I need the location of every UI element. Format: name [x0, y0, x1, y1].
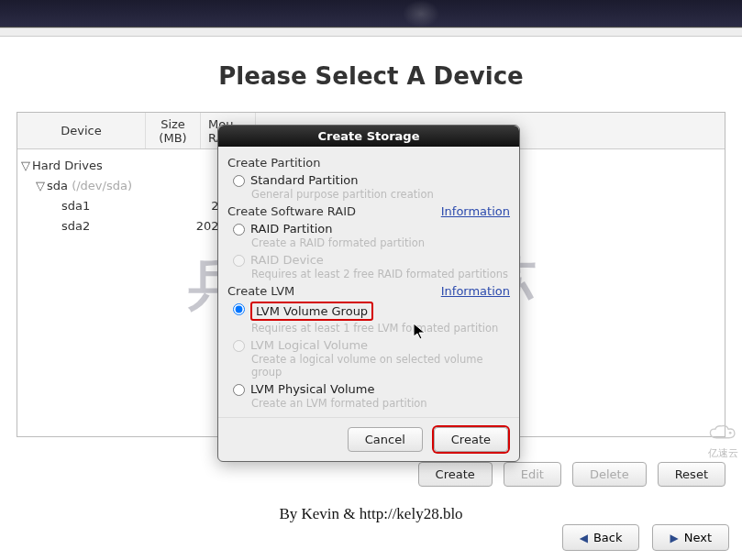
main-action-bar: Create Edit Delete Reset: [17, 462, 725, 487]
page-title: Please Select A Device: [0, 37, 742, 112]
hint-lvm-vg: Requires at least 1 free LVM formated pa…: [251, 322, 510, 335]
radio-lvm-lv: [233, 340, 245, 352]
tree-root-label: Hard Drives: [32, 159, 103, 172]
part-name: sda1: [61, 199, 190, 213]
col-device[interactable]: Device: [17, 113, 146, 148]
section-lvm: Create LVM: [227, 284, 294, 298]
radio-standard[interactable]: [233, 175, 245, 187]
back-button[interactable]: ◀ Back: [562, 524, 640, 551]
part-name: sda2: [61, 219, 190, 233]
col-size[interactable]: Size (MB): [146, 113, 201, 148]
edit-button[interactable]: Edit: [504, 462, 561, 487]
radio-lvm-vg[interactable]: [233, 303, 245, 315]
window-titlebar: [0, 0, 742, 27]
disk-name: sda: [47, 179, 68, 192]
hint-standard: General purpose partition creation: [251, 188, 510, 201]
next-button[interactable]: ▶ Next: [652, 524, 729, 551]
create-button[interactable]: Create: [418, 462, 493, 487]
opt-standard-partition[interactable]: Standard Partition: [233, 173, 510, 187]
hint-raid-dev: Requires at least 2 free RAID formated p…: [251, 268, 510, 280]
header-strip: [0, 27, 742, 37]
info-link-raid[interactable]: Information: [441, 204, 510, 218]
opt-lvm-lv: LVM Logical Volume: [233, 338, 510, 352]
opt-lvm-pv[interactable]: LVM Physical Volume: [233, 382, 510, 396]
opt-raid-device: RAID Device: [233, 253, 510, 267]
brand-watermark: 亿速云: [707, 423, 738, 460]
radio-raid-partition[interactable]: [233, 224, 245, 236]
cancel-button[interactable]: Cancel: [348, 427, 423, 452]
arrow-right-icon: ▶: [670, 532, 678, 544]
disk-path: (/dev/sda): [72, 179, 132, 192]
opt-lvm-vg[interactable]: LVM Volume Group: [233, 302, 510, 321]
delete-button[interactable]: Delete: [572, 462, 647, 487]
dialog-actions: Cancel Create: [218, 417, 519, 461]
hint-lvm-pv: Create an LVM formated partition: [251, 397, 510, 410]
info-link-lvm[interactable]: Information: [441, 284, 510, 298]
svg-point-0: [729, 432, 732, 434]
hint-lvm-lv: Create a logical volume on selected volu…: [251, 353, 510, 379]
arrow-left-icon: ◀: [580, 532, 588, 544]
section-raid: Create Software RAID: [227, 204, 356, 218]
opt-raid-partition[interactable]: RAID Partition: [233, 222, 510, 236]
create-storage-dialog: Create Storage Create Partition Standard…: [217, 125, 520, 462]
dialog-create-button[interactable]: Create: [434, 427, 508, 452]
radio-raid-device: [233, 255, 245, 267]
nav-bar: ◀ Back ▶ Next: [562, 524, 729, 551]
reset-button[interactable]: Reset: [658, 462, 725, 487]
dialog-title: Create Storage: [218, 126, 519, 147]
section-partition: Create Partition: [227, 156, 321, 170]
hint-raid-part: Create a RAID formated partition: [251, 236, 510, 249]
expand-icon[interactable]: ▽: [36, 179, 45, 192]
footer-credit: By Kevin & http://kely28.blo: [0, 505, 742, 523]
expand-icon[interactable]: ▽: [21, 159, 30, 172]
radio-lvm-pv[interactable]: [233, 384, 245, 396]
